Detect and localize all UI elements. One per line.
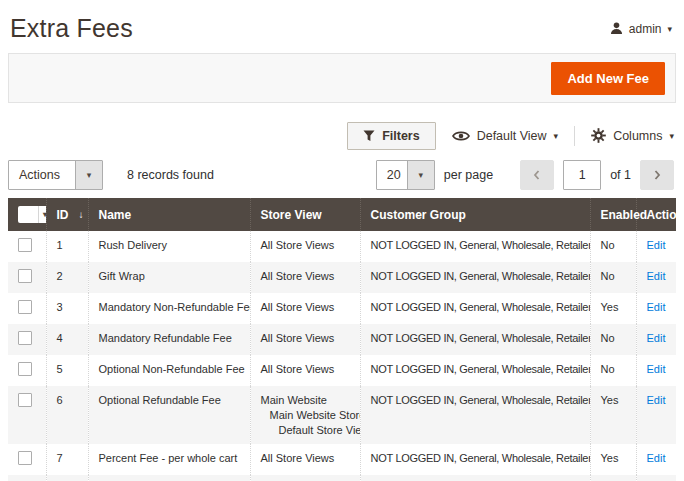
cell-enabled: Yes xyxy=(590,444,636,475)
cell-action: Edit xyxy=(636,262,676,293)
edit-link[interactable]: Edit xyxy=(647,239,666,251)
table-row: 5 Optional Non-Refundable Fee All Store … xyxy=(8,355,676,386)
edit-link[interactable]: Edit xyxy=(647,332,666,344)
store-view-line: Main Website xyxy=(261,393,354,408)
cell-customer-group: NOT LOGGED IN, General, Wholesale, Retai… xyxy=(360,324,590,355)
cell-enabled: Yes xyxy=(590,293,636,324)
chevron-down-icon: ▾ xyxy=(38,206,51,223)
page-header: Extra Fees admin ▾ xyxy=(8,0,676,53)
actions-select-value: Actions xyxy=(9,161,75,189)
row-checkbox[interactable] xyxy=(18,362,32,376)
store-view-line: All Store Views xyxy=(261,331,354,346)
row-checkbox[interactable] xyxy=(18,238,32,252)
user-menu-label: admin xyxy=(629,22,662,36)
add-new-fee-button[interactable]: Add New Fee xyxy=(551,62,665,95)
column-header-customer-group[interactable]: Customer Group xyxy=(360,198,590,231)
row-checkbox[interactable] xyxy=(18,331,32,345)
per-page-select[interactable]: 20 ▾ xyxy=(376,160,435,190)
chevron-down-icon: ▾ xyxy=(554,131,559,141)
cell-store-view: All Store Views xyxy=(250,475,360,481)
cell-action: Edit xyxy=(636,355,676,386)
cell-id: 4 xyxy=(46,324,88,355)
row-select-cell xyxy=(8,262,46,293)
table-row: 8 Percent Fee - per each product All Sto… xyxy=(8,475,676,481)
funnel-icon xyxy=(363,130,375,142)
row-select-cell xyxy=(8,475,46,481)
cell-action: Edit xyxy=(636,293,676,324)
filters-button[interactable]: Filters xyxy=(347,122,436,150)
table-row: 6 Optional Refundable Fee Main WebsiteMa… xyxy=(8,386,676,444)
chevron-right-icon xyxy=(652,169,662,181)
chevron-down-icon: ▾ xyxy=(667,24,672,34)
cell-store-view: All Store Views xyxy=(250,444,360,475)
user-menu[interactable]: admin ▾ xyxy=(610,22,674,36)
cell-action: Edit xyxy=(636,475,676,481)
cell-id: 6 xyxy=(46,386,88,444)
row-select-cell xyxy=(8,355,46,386)
row-select-cell xyxy=(8,293,46,324)
cell-customer-group: NOT LOGGED IN, General, Wholesale, Retai… xyxy=(360,444,590,475)
cell-store-view: All Store Views xyxy=(250,293,360,324)
records-count: 8 records found xyxy=(127,168,214,182)
table-row: 1 Rush Delivery All Store Views NOT LOGG… xyxy=(8,231,676,262)
table-row: 4 Mandatory Refundable Fee All Store Vie… xyxy=(8,324,676,355)
cell-customer-group: NOT LOGGED IN, General, Wholesale, Retai… xyxy=(360,475,590,481)
row-checkbox[interactable] xyxy=(18,269,32,283)
column-header-enabled[interactable]: Enabled xyxy=(590,198,636,231)
grid-controls: Filters Default View ▾ xyxy=(8,119,676,152)
cell-store-view: All Store Views xyxy=(250,262,360,293)
column-header-id[interactable]: ID ↓ xyxy=(46,198,88,231)
cell-action: Edit xyxy=(636,444,676,475)
cell-enabled: Yes xyxy=(590,386,636,444)
fees-table: ▾ ID ↓ Name Store View Customer Group En… xyxy=(8,198,676,481)
select-all-checkbox[interactable] xyxy=(18,206,38,223)
column-header-store-view[interactable]: Store View xyxy=(250,198,360,231)
store-view-line: Main Website Store xyxy=(261,408,354,423)
row-select-cell xyxy=(8,324,46,355)
columns-selector-label: Columns xyxy=(613,129,662,143)
edit-link[interactable]: Edit xyxy=(647,301,666,313)
row-checkbox[interactable] xyxy=(18,451,32,465)
actions-left: Actions ▾ 8 records found xyxy=(8,160,214,190)
table-row: 2 Gift Wrap All Store Views NOT LOGGED I… xyxy=(8,262,676,293)
next-page-button[interactable] xyxy=(640,160,674,190)
edit-link[interactable]: Edit xyxy=(647,270,666,282)
cell-customer-group: NOT LOGGED IN, General, Wholesale, Retai… xyxy=(360,231,590,262)
actions-select[interactable]: Actions ▾ xyxy=(8,160,103,190)
cell-customer-group: NOT LOGGED IN, General, Wholesale, Retai… xyxy=(360,262,590,293)
current-page-input[interactable] xyxy=(563,160,601,190)
columns-selector[interactable]: Columns ▾ xyxy=(589,124,676,147)
cell-id: 8 xyxy=(46,475,88,481)
previous-page-button[interactable] xyxy=(520,160,554,190)
edit-link[interactable]: Edit xyxy=(647,452,666,464)
chevron-down-icon: ▾ xyxy=(75,161,102,189)
cell-id: 1 xyxy=(46,231,88,262)
cell-name: Mandatory Refundable Fee xyxy=(88,324,250,355)
controls-divider xyxy=(574,126,575,146)
person-icon xyxy=(610,22,623,35)
column-header-id-label: ID xyxy=(57,208,69,222)
cell-store-view: All Store Views xyxy=(250,324,360,355)
edit-link[interactable]: Edit xyxy=(647,394,666,406)
row-select-cell xyxy=(8,231,46,262)
select-all-dropdown[interactable]: ▾ xyxy=(18,206,51,223)
cell-store-view: All Store Views xyxy=(250,231,360,262)
cell-name: Optional Refundable Fee xyxy=(88,386,250,444)
store-view-line: All Store Views xyxy=(261,362,354,377)
row-checkbox[interactable] xyxy=(18,300,32,314)
row-checkbox[interactable] xyxy=(18,393,32,407)
cell-action: Edit xyxy=(636,324,676,355)
edit-link[interactable]: Edit xyxy=(647,363,666,375)
table-row: 7 Percent Fee - per whole cart All Store… xyxy=(8,444,676,475)
column-header-name[interactable]: Name xyxy=(88,198,250,231)
cell-id: 7 xyxy=(46,444,88,475)
view-selector[interactable]: Default View ▾ xyxy=(450,125,560,147)
filters-button-label: Filters xyxy=(382,129,420,143)
pagination: 20 ▾ per page of 1 xyxy=(376,160,676,190)
total-pages-label: of 1 xyxy=(610,168,631,182)
cell-enabled: No xyxy=(590,355,636,386)
cell-id: 2 xyxy=(46,262,88,293)
fees-table-header: ▾ ID ↓ Name Store View Customer Group En… xyxy=(8,198,676,231)
cell-customer-group: NOT LOGGED IN, General, Wholesale, Retai… xyxy=(360,386,590,444)
gear-icon xyxy=(591,128,606,143)
